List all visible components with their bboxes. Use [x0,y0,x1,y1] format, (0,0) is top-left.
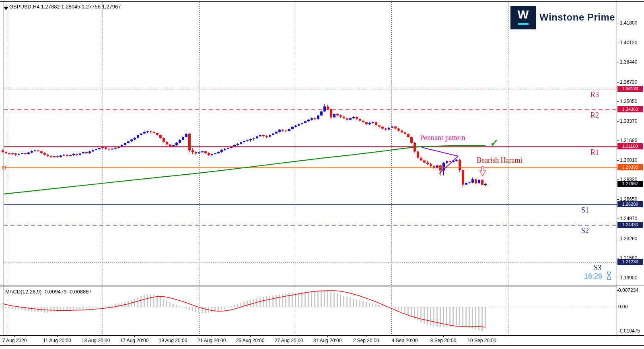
brand-logo: W [510,6,536,29]
price-level-badge: 1.36130 [617,86,643,92]
price-axis-tick-label: 1.38440 [620,59,637,65]
time-axis-label: 11 Aug 20:00 [37,338,77,343]
time-axis-label: 17 Aug 20:00 [114,338,154,343]
bar-countdown-timer: 16:26 [584,272,602,281]
symbol-ohlc-readout: GBPUSD,H4 1.27882 1.28045 1.27756 1.2796… [9,4,121,10]
time-axis-label: 13 Aug 20:00 [76,338,116,343]
price-axis-tick-label: 1.40120 [620,40,637,45]
bearish-harami-annotation: Bearish Harami [477,156,522,165]
price-level-badge: 1.31160 [617,143,643,149]
price-level-badge: 1.26200 [617,201,643,207]
time-axis-label: 8 Sep 20:00 [423,338,463,343]
level-label-R1: R1 [591,148,599,157]
price-axis-tick-label: 1.19900 [620,275,637,281]
level-label-R3: R3 [591,91,599,99]
brand-logo-letter: W [510,8,536,21]
pennant-pattern-annotation: Pennant pattern [420,134,465,142]
price-level-badge: 1.34360 [617,106,643,112]
time-axis-label: 2 Sep 20:00 [346,338,386,343]
macd-indicator-readout: MACD(12,26,9) -0.009479 -0.008867 [5,289,92,295]
time-axis-label: 31 Aug 20:00 [307,338,348,343]
level-label-S1: S1 [581,206,589,215]
trading-chart-window: GBPUSD,H4 1.27882 1.28045 1.27756 1.2796… [0,0,644,349]
level-label-S2: S2 [581,227,589,235]
price-level-badge: 1.29390 [617,164,643,170]
price-axis-tick-label: 1.30010 [620,157,637,163]
brand-logo-underline [518,23,529,25]
level-label-R2: R2 [591,111,599,120]
macd-axis-tick-label: 0.00 [618,304,628,310]
price-chart-canvas[interactable] [0,0,644,349]
time-axis-label: 25 Aug 20:00 [230,338,270,343]
time-axis-label: 21 Aug 20:00 [191,338,232,343]
macd-axis-tick-label: -0.010475 [618,328,640,334]
checkmark-icon: ✓ [490,137,499,149]
price-axis-tick-label: 1.41800 [620,20,637,26]
down-arrow-icon [479,166,486,178]
price-axis-tick-label: 1.24970 [620,216,637,221]
current-price-badge: 1.27967 [617,181,643,187]
time-axis-label: 4 Sep 20:00 [385,338,425,343]
chart-shift-marker-icon [4,4,8,12]
time-axis-label: 7 Aug 2020 [0,338,35,343]
price-axis-tick-label: 1.31690 [620,138,637,143]
time-axis-label: 10 Sep 20:00 [462,338,502,343]
price-axis-tick-label: 1.33370 [620,118,637,124]
price-axis-tick-label: 1.23260 [620,236,637,242]
macd-axis-tick-label: 0.007234 [618,287,638,293]
price-level-badge: 1.21230 [617,259,643,265]
price-axis-tick-label: 1.36730 [620,79,637,85]
time-axis-label: 19 Aug 20:00 [153,338,193,343]
level-label-S3: S3 [594,264,601,272]
brand-name: Winstone Prime [539,12,615,23]
price-axis-tick-label: 1.35050 [620,99,637,104]
hourglass-icon [606,271,612,282]
price-level-badge: 1.24430 [617,222,643,228]
time-axis-label: 27 Aug 20:00 [269,338,309,343]
